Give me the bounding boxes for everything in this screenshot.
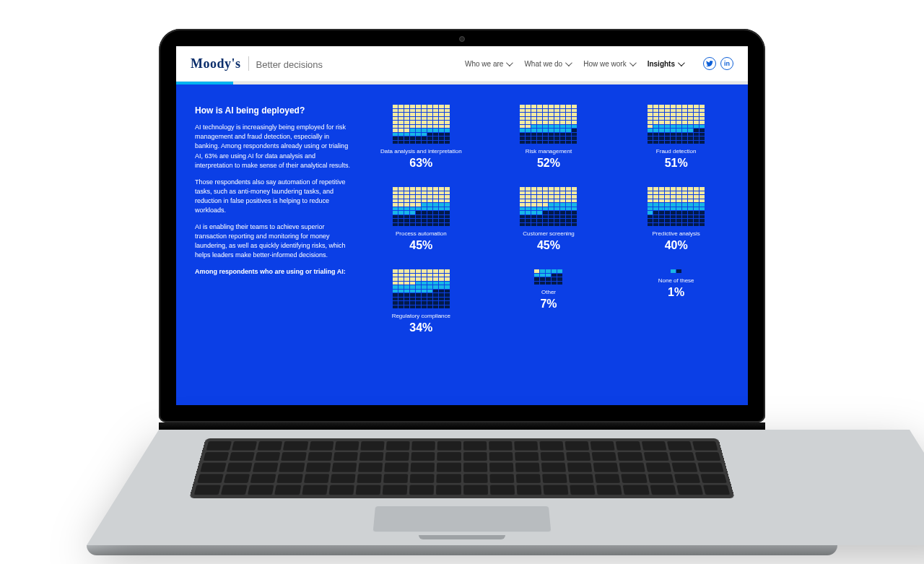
waffle-chart-grid: Data analysis and interpretation63%Risk … (368, 105, 729, 391)
waffle-label: Customer screening (523, 230, 575, 238)
laptop-front-edge (87, 545, 837, 555)
keyboard (189, 438, 735, 498)
waffle-value: 45% (409, 239, 432, 252)
twitter-icon[interactable] (703, 57, 716, 70)
waffle-label: Data analysis and interpretation (380, 148, 462, 155)
article-copy: How is AI being deployed? AI technology … (195, 105, 354, 391)
brand[interactable]: Moody's Better decisions (191, 56, 323, 71)
waffle-graphic (648, 105, 705, 144)
article-paragraph: AI technology is increasingly being empl… (195, 123, 354, 170)
laptop-notch (419, 535, 505, 539)
waffle-graphic (520, 187, 577, 226)
waffle-tile: Process automation45% (368, 187, 474, 252)
laptop-lid: Moody's Better decisions Who we are What… (159, 29, 765, 422)
waffle-graphic (671, 269, 681, 273)
waffle-tile: Data analysis and interpretation63% (368, 105, 474, 170)
waffle-value: 52% (537, 157, 560, 170)
nav-insights[interactable]: Insights (648, 60, 683, 68)
camera-dot (459, 36, 465, 42)
nav-label: Who we are (465, 60, 503, 68)
nav-what-we-do[interactable]: What we do (524, 60, 570, 68)
linkedin-icon[interactable]: in (720, 57, 733, 70)
nav-label: What we do (524, 60, 562, 68)
waffle-value: 34% (409, 321, 432, 334)
waffle-tile: Customer screening45% (496, 187, 602, 252)
article-paragraph: AI is enabling their teams to achieve su… (195, 222, 354, 260)
waffle-label: Predictive analysis (653, 230, 700, 238)
chevron-down-icon (506, 59, 513, 66)
article-paragraph: Those respondents also say automation of… (195, 178, 354, 215)
waffle-tile: Other7% (496, 269, 602, 334)
waffle-label: Process automation (396, 230, 447, 238)
waffle-value: 63% (409, 157, 432, 170)
waffle-value: 45% (537, 239, 560, 252)
waffle-value: 40% (665, 239, 688, 252)
trackpad (373, 506, 552, 532)
laptop-mockup: Moody's Better decisions Who we are What… (159, 29, 765, 555)
social-links: in (703, 57, 733, 70)
nav-label: Insights (648, 60, 675, 68)
laptop-deck (87, 422, 837, 555)
primary-nav: Who we are What we do How we work I (465, 57, 733, 70)
screen: Moody's Better decisions Who we are What… (176, 46, 748, 405)
top-nav: Moody's Better decisions Who we are What… (176, 46, 748, 82)
brand-tagline: Better decisions (256, 59, 323, 70)
waffle-value: 7% (540, 298, 557, 311)
chevron-down-icon (565, 59, 572, 66)
linkedin-glyph: in (724, 60, 730, 67)
website: Moody's Better decisions Who we are What… (176, 46, 748, 405)
waffle-graphic (648, 187, 705, 226)
waffle-graphic (393, 269, 450, 308)
waffle-tile: None of these1% (623, 269, 729, 334)
waffle-label: Fraud detection (656, 148, 697, 155)
chevron-down-icon (678, 59, 685, 66)
nav-label: How we work (583, 60, 626, 68)
nav-how-we-work[interactable]: How we work (583, 60, 634, 68)
waffle-tile: Regulatory compliance34% (368, 269, 474, 334)
waffle-graphic (534, 269, 562, 285)
waffle-graphic (393, 105, 450, 144)
hero-section: How is AI being deployed? AI technology … (176, 84, 748, 405)
waffle-value: 1% (668, 286, 684, 299)
laptop-keyboard-deck (87, 430, 924, 545)
waffle-label: None of these (658, 277, 694, 285)
waffle-label: Risk management (526, 148, 572, 155)
waffle-tile: Fraud detection51% (623, 105, 729, 170)
waffle-label: Regulatory compliance (392, 313, 450, 320)
waffle-graphic (393, 187, 450, 226)
waffle-tile: Risk management52% (496, 105, 602, 170)
chevron-down-icon (629, 59, 637, 66)
waffle-label: Other (541, 289, 556, 296)
article-heading: How is AI being deployed? (195, 105, 354, 117)
brand-logo: Moody's (191, 56, 241, 71)
waffle-value: 51% (665, 157, 688, 170)
waffle-tile: Predictive analysis40% (623, 187, 729, 252)
article-closing: Among respondents who are using or trial… (195, 267, 354, 277)
brand-divider (248, 56, 249, 71)
waffle-graphic (520, 105, 577, 144)
laptop-hinge (159, 422, 765, 430)
nav-who-we-are[interactable]: Who we are (465, 60, 511, 68)
